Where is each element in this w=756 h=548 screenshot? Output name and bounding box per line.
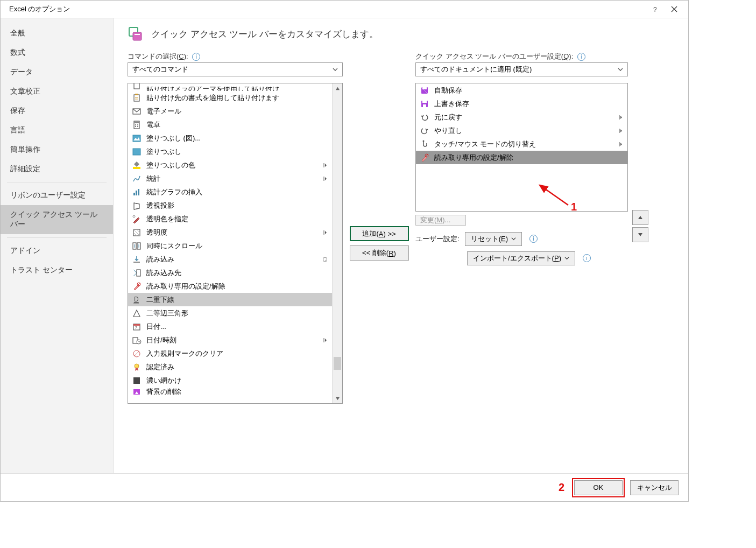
reset-button[interactable]: リセット(E) [465, 232, 522, 246]
list-item-label: 透明度 [146, 228, 317, 237]
list-item[interactable]: 元に戻す [416, 110, 627, 124]
sidebar-item[interactable]: 数式 [1, 43, 113, 62]
list-item[interactable]: D二重下線 [128, 293, 332, 306]
list-item-label: 同時にスクロール [146, 241, 329, 251]
sidebar-item[interactable]: 詳細設定 [1, 159, 113, 179]
list-item-label: 二重下線 [146, 295, 329, 305]
scroll-up-button[interactable] [333, 83, 342, 93]
transparent-pick-icon [131, 214, 142, 224]
list-item[interactable]: 読み込み [128, 252, 332, 266]
save-icon [419, 99, 430, 109]
list-item-label: 読み込み先 [146, 268, 329, 278]
list-item[interactable]: 背景の削除 [128, 387, 332, 395]
scope-dropdown[interactable]: すべてのドキュメントに適用 (既定) [415, 62, 628, 76]
list-item[interactable]: 電卓 [128, 118, 332, 131]
list-item[interactable]: 貼り付け先の書式を適用して貼り付けます [128, 91, 332, 104]
svg-rect-31 [323, 257, 327, 261]
triangle-icon [131, 308, 142, 319]
list-item[interactable]: 塗りつぶしの色 [128, 158, 332, 172]
list-item[interactable]: 塗りつぶし (図)... [128, 131, 332, 145]
sidebar-item[interactable]: リボンのユーザー設定 [1, 186, 113, 205]
info-icon[interactable]: i [192, 53, 200, 61]
dialog-footer: 2 OK キャンセル [1, 473, 688, 501]
svg-rect-30 [133, 262, 140, 263]
list-item[interactable]: 透視投影 [128, 199, 332, 212]
ok-button[interactable]: OK [574, 480, 623, 495]
commands-listbox[interactable]: 貼り付けメラのアーマを使用して貼り付け貼り付け先の書式を適用して貼り付けます電子… [128, 83, 343, 404]
info-icon[interactable]: i [529, 235, 538, 243]
svg-rect-5 [135, 34, 140, 35]
list-item-label: 貼り付け先の書式を適用して貼り付けます [146, 93, 329, 103]
autosave-icon [419, 85, 430, 96]
picture-fill-icon [131, 133, 142, 144]
list-item[interactable]: 自動保存 [416, 83, 627, 97]
list-item-label: 認定済み [146, 362, 329, 372]
help-button[interactable]: ? [645, 2, 665, 17]
list-item[interactable]: 二等辺三角形 [128, 306, 332, 320]
close-button[interactable] [665, 2, 684, 17]
sidebar-item[interactable]: 簡単操作 [1, 140, 113, 159]
customize-qat-icon [128, 26, 144, 42]
svg-rect-4 [133, 32, 142, 40]
list-item-label: 読み取り専用の設定/解除 [146, 282, 329, 291]
list-item[interactable]: 読み取り専用の設定/解除 [128, 279, 332, 293]
add-button[interactable]: 追加(A) >> [350, 226, 409, 241]
import-export-button[interactable]: インポート/エクスポート(P) [467, 251, 575, 265]
list-item-label: 読み込み [146, 255, 317, 264]
remove-button[interactable]: << 削除(R) [350, 245, 409, 261]
list-item-label: 読み取り専用の設定/解除 [434, 153, 624, 163]
list-item[interactable]: 塗りつぶし [128, 145, 332, 158]
commands-label: コマンドの選択(C): [128, 52, 190, 60]
sidebar-item[interactable]: データ [1, 62, 113, 82]
move-up-button[interactable] [632, 210, 648, 225]
list-item[interactable]: 日付/時刻 [128, 333, 332, 347]
options-dialog: Excel のオプション ? 全般数式データ文章校正保存言語簡単操作詳細設定 リ… [0, 0, 689, 502]
cancel-button[interactable]: キャンセル [630, 480, 679, 495]
page-title: クイック アクセス ツール バーをカスタマイズします。 [151, 28, 378, 40]
list-item[interactable]: 同時にスクロール [128, 239, 332, 252]
sidebar-item[interactable]: 言語 [1, 121, 113, 140]
scrollbar[interactable] [332, 83, 342, 403]
list-item-label: 自動保存 [434, 86, 624, 95]
titlebar: Excel のオプション ? [1, 1, 688, 18]
commands-dropdown[interactable]: すべてのコマンド [128, 62, 343, 76]
move-down-button[interactable] [632, 227, 648, 242]
sidebar-item[interactable]: 文章校正 [1, 82, 113, 101]
list-item[interactable]: 統計 [128, 172, 332, 185]
list-item[interactable]: 入力規則マークのクリア [128, 347, 332, 360]
info-icon[interactable]: i [583, 254, 591, 262]
sidebar-item[interactable]: クイック アクセス ツール バー [1, 205, 113, 234]
scroll-thumb[interactable] [334, 357, 341, 370]
list-item[interactable]: 読み込み先 [128, 266, 332, 279]
list-item[interactable]: 上書き保存 [416, 97, 627, 110]
sidebar-item[interactable]: アドイン [1, 241, 113, 261]
info-icon[interactable]: i [577, 53, 585, 61]
scroll-down-button[interactable] [333, 394, 342, 403]
svg-rect-17 [133, 135, 140, 142]
list-item[interactable]: 濃い網かけ [128, 374, 332, 387]
svg-text:?: ? [653, 6, 657, 12]
qat-listbox[interactable]: 自動保存上書き保存元に戻すやり直しタッチ/マウス モードの切り替え読み取り専用の… [415, 83, 628, 212]
svg-rect-47 [133, 377, 140, 384]
svg-rect-33 [137, 270, 140, 276]
list-item[interactable]: 貼り付けメラのアーマを使用して貼り付け [128, 83, 332, 91]
sidebar-item[interactable]: 全般 [1, 24, 113, 43]
scroll-track[interactable] [333, 93, 342, 394]
list-item[interactable]: 7日付... [128, 320, 332, 333]
list-item[interactable]: 透明色を指定 [128, 212, 332, 226]
list-item[interactable]: 統計グラフの挿入 [128, 185, 332, 199]
svg-point-32 [326, 259, 326, 260]
chevron-down-icon [511, 236, 516, 241]
list-item[interactable]: タッチ/マウス モードの切り替え [416, 137, 627, 151]
dropdown-value: すべてのコマンド [132, 65, 188, 74]
list-item[interactable]: 認定済み [128, 360, 332, 374]
dialog-indicator-icon [321, 257, 329, 262]
svg-rect-52 [422, 101, 427, 103]
sidebar-item[interactable]: 保存 [1, 101, 113, 121]
list-item[interactable]: 読み取り専用の設定/解除 [416, 151, 627, 164]
list-item[interactable]: やり直し [416, 124, 627, 137]
sidebar-item[interactable]: トラスト センター [1, 261, 113, 280]
list-item[interactable]: 電子メール [128, 104, 332, 118]
list-item[interactable]: 透明度 [128, 226, 332, 239]
submenu-indicator-icon [617, 142, 624, 147]
